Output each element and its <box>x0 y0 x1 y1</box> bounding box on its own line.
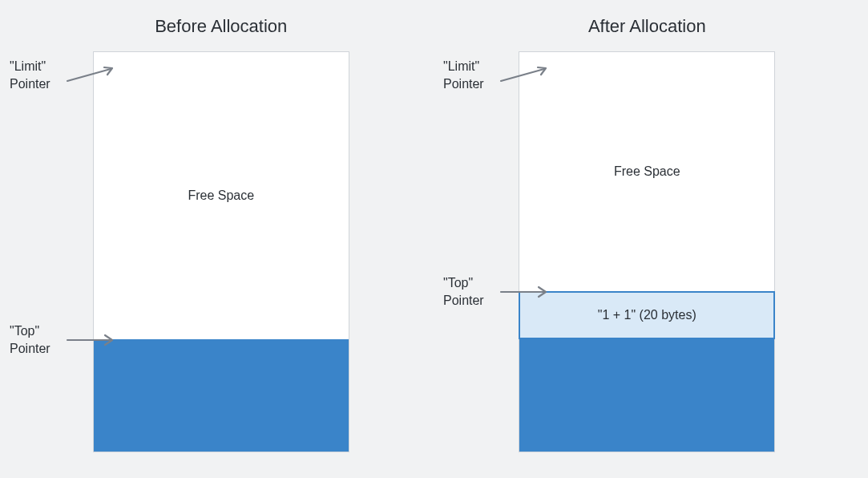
before-memory-area: Free Space <box>93 51 349 452</box>
after-alloc-row: "1 + 1" (20 bytes) <box>519 291 775 339</box>
after-used-space <box>519 339 774 452</box>
arrow-icon <box>66 75 115 76</box>
svg-line-2 <box>501 69 544 81</box>
before-limit-text: "Limit" Pointer <box>10 58 59 92</box>
before-title: Before Allocation <box>155 16 287 37</box>
arrow-icon <box>66 339 115 341</box>
after-free-space: Free Space <box>519 52 774 291</box>
before-top-line2: Pointer <box>10 340 59 358</box>
after-limit-line2: Pointer <box>443 75 493 93</box>
after-limit-text: "Limit" Pointer <box>443 58 493 92</box>
after-title: After Allocation <box>588 16 706 37</box>
after-top-text: "Top" Pointer <box>443 274 493 309</box>
arrow-icon <box>499 291 549 293</box>
before-top-pointer-label: "Top" Pointer <box>10 322 115 357</box>
svg-line-0 <box>67 69 111 81</box>
before-top-line1: "Top" <box>10 322 59 340</box>
after-top-line2: Pointer <box>443 292 493 310</box>
before-top-text: "Top" Pointer <box>10 322 59 357</box>
after-memory-block: Free Space "1 + 1" (20 bytes) <box>519 51 775 452</box>
before-limit-line2: Pointer <box>10 75 59 93</box>
before-limit-line1: "Limit" <box>10 58 59 75</box>
after-top-pointer-label: "Top" Pointer <box>443 274 549 309</box>
after-limit-pointer-label: "Limit" Pointer <box>443 58 549 92</box>
after-top-line1: "Top" <box>443 274 493 292</box>
arrow-icon <box>499 75 549 76</box>
before-used-space <box>94 339 349 452</box>
after-memory-area: Free Space "1 + 1" (20 bytes) <box>519 51 775 452</box>
before-memory-block: Free Space <box>93 51 349 452</box>
diagram-container: Before Allocation Free Space After Alloc… <box>0 0 868 478</box>
before-limit-pointer-label: "Limit" Pointer <box>10 58 115 92</box>
after-limit-line1: "Limit" <box>443 58 493 75</box>
before-free-space: Free Space <box>94 52 349 339</box>
